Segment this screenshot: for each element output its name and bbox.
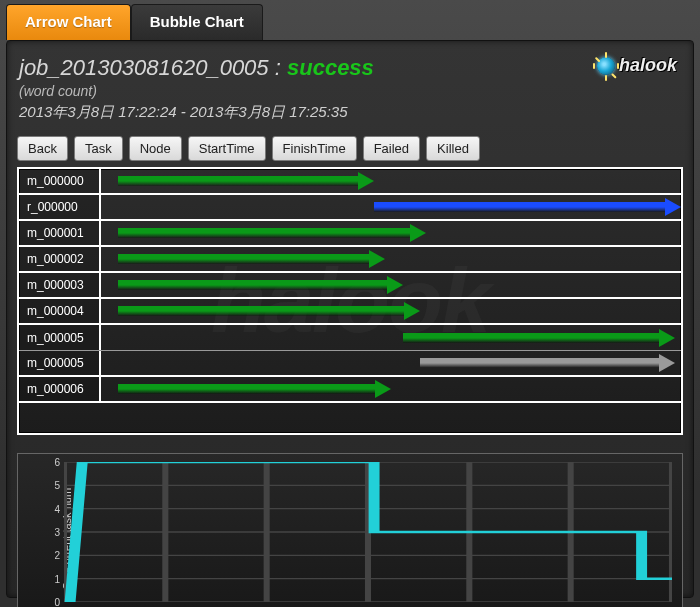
- task-row-track: [101, 169, 681, 193]
- arrow-chart: halook m_000000r_000000m_000001m_000002m…: [17, 167, 683, 435]
- task-arrow[interactable]: [403, 333, 676, 343]
- task-row-track: [101, 273, 681, 297]
- task-arrow[interactable]: [118, 176, 373, 186]
- task-row: m_000006: [19, 377, 681, 403]
- task-row-label: m_000004: [19, 299, 101, 323]
- task-row: m_000005: [19, 325, 681, 351]
- y-tick: 0: [18, 597, 64, 608]
- tab-bar: Arrow Chart Bubble Chart: [0, 0, 700, 40]
- starttime-button[interactable]: StartTime: [188, 136, 266, 161]
- tab-bubble-chart[interactable]: Bubble Chart: [131, 4, 263, 40]
- task-row-label: m_000005: [19, 325, 101, 350]
- job-timerange: 2013年3月8日 17:22:24 - 2013年3月8日 17:25:35: [19, 103, 681, 122]
- task-row-label: m_000003: [19, 273, 101, 297]
- y-tick: 1: [18, 573, 64, 584]
- failed-button[interactable]: Failed: [363, 136, 420, 161]
- task-arrow[interactable]: [118, 306, 420, 316]
- task-arrow[interactable]: [118, 280, 402, 290]
- task-row-track: [101, 351, 681, 375]
- task-row: r_000000: [19, 195, 681, 221]
- task-button[interactable]: Task: [74, 136, 123, 161]
- task-row-track: [101, 195, 681, 219]
- task-arrow[interactable]: [374, 202, 681, 212]
- task-row: m_000002: [19, 247, 681, 273]
- y-tick: 6: [18, 457, 64, 468]
- job-status: success: [287, 55, 374, 80]
- node-button[interactable]: Node: [129, 136, 182, 161]
- killed-button[interactable]: Killed: [426, 136, 480, 161]
- finishtime-button[interactable]: FinishTime: [272, 136, 357, 161]
- job-header: job_201303081620_0005 : success (word co…: [17, 49, 683, 132]
- task-row-label: m_000001: [19, 221, 101, 245]
- task-row-label: m_000005: [19, 351, 101, 375]
- task-row: m_000001: [19, 221, 681, 247]
- app-logo: halook: [597, 55, 677, 76]
- task-arrow[interactable]: [420, 358, 675, 368]
- main-panel: job_201303081620_0005 : success (word co…: [6, 40, 694, 598]
- task-arrow[interactable]: [118, 384, 391, 394]
- app-logo-text: halook: [619, 55, 677, 76]
- y-tick: 2: [18, 550, 64, 561]
- job-title-separator: :: [275, 55, 281, 80]
- y-tick: 5: [18, 480, 64, 491]
- task-row-label: m_000000: [19, 169, 101, 193]
- task-row: m_000005: [19, 351, 681, 377]
- tab-arrow-chart[interactable]: Arrow Chart: [6, 4, 131, 40]
- task-row-track: [101, 221, 681, 245]
- task-arrow[interactable]: [118, 254, 385, 264]
- task-row: m_000003: [19, 273, 681, 299]
- concurrency-chart: Concurrent task num 0123456 17:22:3017:2…: [17, 453, 683, 607]
- y-tick: 3: [18, 527, 64, 538]
- task-row: m_000000: [19, 169, 681, 195]
- task-row-track: [101, 377, 681, 401]
- toolbar: Back Task Node StartTime FinishTime Fail…: [17, 136, 683, 161]
- task-row-label: r_000000: [19, 195, 101, 219]
- task-row-track: [101, 247, 681, 271]
- job-id: job_201303081620_0005: [19, 55, 269, 80]
- y-tick: 4: [18, 503, 64, 514]
- task-arrow[interactable]: [118, 228, 425, 238]
- task-row-label: m_000002: [19, 247, 101, 271]
- halook-icon: [597, 57, 615, 75]
- job-subtitle: (word count): [19, 83, 681, 99]
- task-row-track: [101, 325, 681, 350]
- task-row-label: m_000006: [19, 377, 101, 401]
- plot-area: [64, 462, 672, 602]
- task-row-track: [101, 299, 681, 323]
- back-button[interactable]: Back: [17, 136, 68, 161]
- task-row: m_000004: [19, 299, 681, 325]
